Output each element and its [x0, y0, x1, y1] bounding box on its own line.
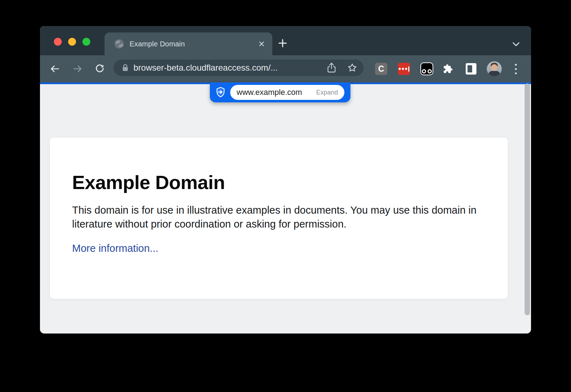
new-tab-button[interactable] — [276, 36, 290, 50]
reload-button[interactable] — [93, 62, 107, 76]
share-icon[interactable] — [324, 60, 339, 76]
close-window-button[interactable] — [54, 38, 62, 46]
extension-c-icon[interactable]: C — [375, 63, 387, 75]
isolated-hostname: www.example.com — [237, 88, 316, 97]
globe-favicon-icon — [115, 39, 124, 49]
browser-window: Example Domain — [40, 26, 531, 334]
goggles-extension-icon[interactable] — [420, 62, 433, 75]
bookmark-star-icon[interactable] — [344, 60, 360, 76]
lastpass-extension-icon[interactable] — [398, 63, 410, 75]
side-panel-icon[interactable] — [466, 63, 476, 75]
extensions-puzzle-icon[interactable] — [441, 62, 455, 76]
isolation-host-pill[interactable]: www.example.com Expand — [230, 85, 344, 100]
shield-arrow-icon — [216, 87, 226, 98]
tab-search-chevron-icon[interactable] — [509, 37, 523, 51]
minimize-window-button[interactable] — [68, 38, 76, 46]
toolbar: browser-beta.cloudflareaccess.com/... C — [40, 55, 531, 82]
url-text[interactable]: browser-beta.cloudflareaccess.com/... — [133, 63, 324, 73]
back-button[interactable] — [48, 62, 62, 76]
page-heading: Example Domain — [72, 171, 483, 193]
content-card: Example Domain This domain is for use in… — [50, 138, 508, 299]
forward-button[interactable] — [70, 62, 85, 76]
tab-example-domain[interactable]: Example Domain — [105, 32, 272, 55]
expand-button[interactable]: Expand — [316, 89, 338, 96]
more-information-link[interactable]: More information... — [72, 243, 158, 254]
address-bar[interactable]: browser-beta.cloudflareaccess.com/... — [113, 60, 364, 76]
vertical-scrollbar[interactable] — [525, 83, 530, 315]
tab-close-icon[interactable] — [255, 37, 268, 50]
isolation-pill[interactable]: www.example.com Expand — [210, 82, 350, 102]
page-paragraph: This domain is for use in illustrative e… — [72, 203, 482, 231]
tab-title: Example Domain — [130, 40, 255, 48]
lock-icon[interactable] — [121, 63, 129, 72]
browser-menu-icon[interactable] — [509, 62, 523, 76]
tab-strip: Example Domain — [40, 26, 531, 55]
zoom-window-button[interactable] — [82, 38, 90, 46]
profile-avatar[interactable] — [487, 61, 502, 76]
